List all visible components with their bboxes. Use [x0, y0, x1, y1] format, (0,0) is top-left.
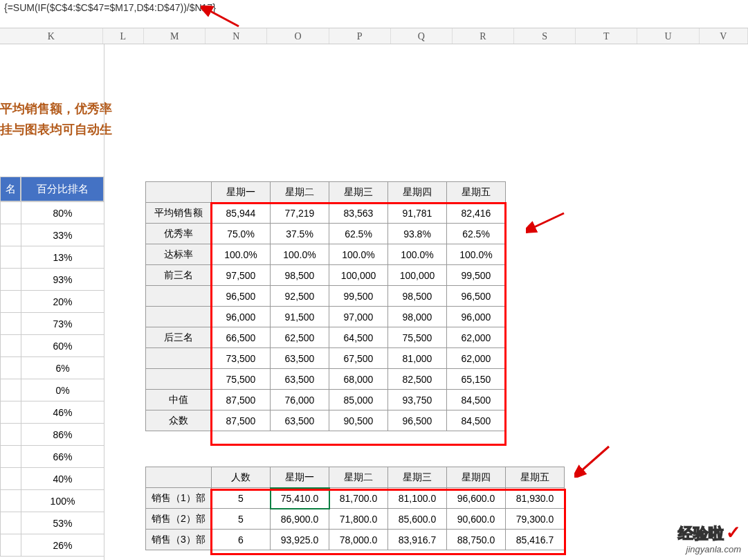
stats-cell[interactable]: 98,000: [388, 307, 447, 327]
rank-cell[interactable]: [1, 291, 21, 313]
stats-cell[interactable]: 96,000: [212, 307, 271, 327]
stats-row-label[interactable]: 众数: [146, 410, 212, 431]
column-header-O[interactable]: O: [267, 28, 329, 44]
dept-value-cell[interactable]: 90,600.0: [447, 509, 506, 530]
rank-cell[interactable]: [1, 424, 21, 446]
stats-cell[interactable]: 83,563: [329, 203, 388, 224]
stats-cell[interactable]: 97,500: [212, 265, 271, 286]
stats-cell[interactable]: 67,500: [329, 348, 388, 369]
stats-cell[interactable]: 100.0%: [447, 244, 506, 265]
stats-row-label[interactable]: 前三名: [146, 265, 212, 286]
pct-cell[interactable]: 46%: [21, 401, 104, 424]
pct-cell[interactable]: 73%: [21, 313, 104, 335]
dept-count-cell[interactable]: 5: [212, 509, 271, 530]
rank-cell[interactable]: [1, 335, 21, 357]
dept-header-cell[interactable]: 星期三: [388, 467, 447, 488]
stats-cell[interactable]: 98,500: [388, 286, 447, 307]
stats-cell[interactable]: 63,500: [271, 348, 329, 369]
dept-header-cell[interactable]: 星期一: [271, 467, 329, 488]
column-header-M[interactable]: M: [144, 28, 206, 44]
dept-value-cell[interactable]: 81,100.0: [388, 488, 447, 509]
day-header[interactable]: 星期三: [329, 182, 388, 203]
dept-value-cell[interactable]: 93,925.0: [271, 530, 329, 550]
pct-cell[interactable]: 80%: [21, 202, 104, 224]
stats-cell[interactable]: 62,500: [271, 327, 329, 348]
dept-value-cell[interactable]: 79,300.0: [506, 509, 565, 530]
stats-row-label[interactable]: [146, 286, 212, 307]
stats-cell[interactable]: 100.0%: [388, 244, 447, 265]
stats-row-label[interactable]: 平均销售额: [146, 203, 212, 224]
stats-cell[interactable]: 77,219: [271, 203, 329, 224]
stats-cell[interactable]: 100.0%: [329, 244, 388, 265]
stats-cell[interactable]: 76,000: [271, 390, 329, 410]
dept-row-label[interactable]: 销售（3）部: [146, 530, 212, 550]
pct-cell[interactable]: 6%: [21, 357, 104, 379]
day-header[interactable]: 星期五: [447, 182, 506, 203]
stats-cell[interactable]: 91,500: [271, 307, 329, 327]
pct-cell[interactable]: 0%: [21, 379, 104, 401]
stats-cell[interactable]: 75,500: [388, 327, 447, 348]
stats-cell[interactable]: 93,750: [388, 390, 447, 410]
stats-cell[interactable]: 96,500: [447, 286, 506, 307]
stats-cell[interactable]: 62.5%: [447, 224, 506, 244]
stats-cell[interactable]: 63,500: [271, 410, 329, 431]
rank-cell[interactable]: [1, 202, 21, 224]
day-header[interactable]: 星期四: [388, 182, 447, 203]
stats-cell[interactable]: 37.5%: [271, 224, 329, 244]
dept-value-cell[interactable]: 75,410.0: [271, 488, 329, 509]
stats-cell[interactable]: 87,500: [212, 390, 271, 410]
stats-cell[interactable]: 96,500: [212, 286, 271, 307]
stats-cell[interactable]: 66,500: [212, 327, 271, 348]
stats-cell[interactable]: 82,416: [447, 203, 506, 224]
column-header-P[interactable]: P: [329, 28, 391, 44]
stats-row-label[interactable]: [146, 348, 212, 369]
rank-cell[interactable]: [1, 246, 21, 269]
dept-value-cell[interactable]: 81,700.0: [329, 488, 388, 509]
stats-row-label[interactable]: [146, 369, 212, 390]
stats-cell[interactable]: 99,500: [329, 286, 388, 307]
stats-cell[interactable]: 68,000: [329, 369, 388, 390]
stats-cell[interactable]: 63,500: [271, 369, 329, 390]
stats-cell[interactable]: 91,781: [388, 203, 447, 224]
stats-row-label[interactable]: 中值: [146, 390, 212, 410]
stats-cell[interactable]: 85,944: [212, 203, 271, 224]
column-header-K[interactable]: K: [0, 28, 103, 44]
dept-count-cell[interactable]: 6: [212, 530, 271, 550]
stats-row-label[interactable]: 达标率: [146, 244, 212, 265]
dept-value-cell[interactable]: 88,750.0: [447, 530, 506, 550]
stats-cell[interactable]: 100,000: [388, 265, 447, 286]
column-header-R[interactable]: R: [453, 28, 514, 44]
dept-value-cell[interactable]: 83,916.7: [388, 530, 447, 550]
column-header-V[interactable]: V: [700, 28, 748, 44]
dept-value-cell[interactable]: 71,800.0: [329, 509, 388, 530]
dept-header-cell[interactable]: 星期二: [329, 467, 388, 488]
dept-value-cell[interactable]: 96,600.0: [447, 488, 506, 509]
rank-cell[interactable]: [1, 446, 21, 468]
dept-value-cell[interactable]: 86,900.0: [271, 509, 329, 530]
column-header-N[interactable]: N: [206, 28, 267, 44]
dept-count-cell[interactable]: 5: [212, 488, 271, 509]
rank-cell[interactable]: [1, 357, 21, 379]
pct-cell[interactable]: 26%: [21, 534, 104, 557]
dept-header-cell[interactable]: 星期四: [447, 467, 506, 488]
dept-header-cell[interactable]: 星期五: [506, 467, 565, 488]
stats-cell[interactable]: 65,150: [447, 369, 506, 390]
rank-cell[interactable]: [1, 512, 21, 534]
rank-cell[interactable]: [1, 468, 21, 490]
column-header-S[interactable]: S: [514, 28, 576, 44]
rank-cell[interactable]: [1, 490, 21, 512]
pct-cell[interactable]: 93%: [21, 269, 104, 291]
rank-cell[interactable]: [1, 401, 21, 424]
stats-cell[interactable]: 100.0%: [271, 244, 329, 265]
column-header-T[interactable]: T: [576, 28, 637, 44]
stats-cell[interactable]: 84,500: [447, 410, 506, 431]
stats-cell[interactable]: 96,000: [447, 307, 506, 327]
rank-cell[interactable]: [1, 534, 21, 557]
stats-cell[interactable]: 100.0%: [212, 244, 271, 265]
stats-row-label[interactable]: 后三名: [146, 327, 212, 348]
dept-value-cell[interactable]: 85,416.7: [506, 530, 565, 550]
dept-header-cell[interactable]: 人数: [212, 467, 271, 488]
day-header[interactable]: 星期二: [271, 182, 329, 203]
stats-cell[interactable]: 99,500: [447, 265, 506, 286]
dept-value-cell[interactable]: 81,930.0: [506, 488, 565, 509]
